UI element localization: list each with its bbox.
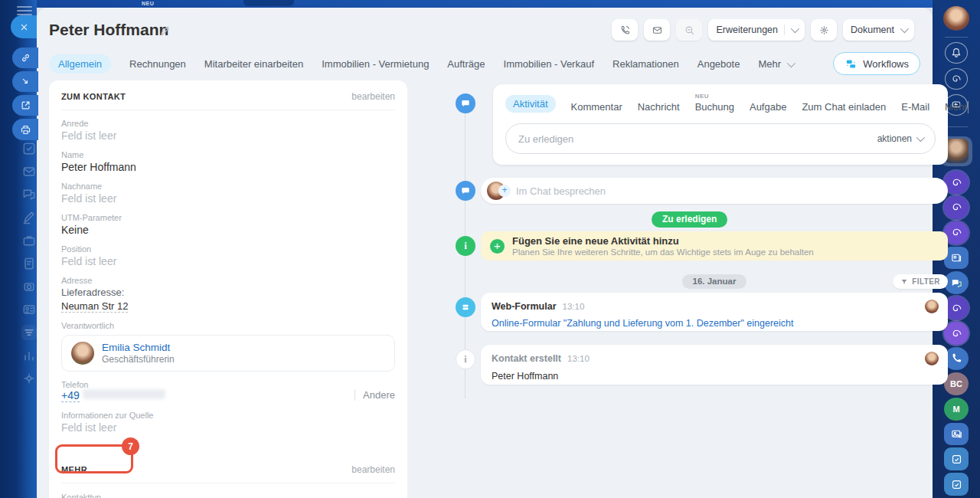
field-name: Name Peter Hoffmann <box>61 150 395 173</box>
actions-dropdown[interactable]: aktionen <box>877 133 923 144</box>
timeline-date-row: 16. Januar FILTER <box>481 274 948 289</box>
tasks-icon[interactable] <box>21 141 37 156</box>
timeline-entry-kontakt-erstellt[interactable]: Kontakt erstellt 13:10 Peter Hoffmann <box>481 345 948 385</box>
hint-subtitle: Planen Sie Ihre weiteren Schritte, um da… <box>512 247 814 257</box>
field-nachname: Nachname Feld ist leer <box>61 182 395 205</box>
funnel-icon <box>900 278 908 286</box>
notifications-bell-icon[interactable] <box>945 42 968 64</box>
chat-avatar: + <box>487 182 505 200</box>
responsible-name-link[interactable]: Emilia Schmidt <box>102 342 175 353</box>
chat-placeholder: Im Chat besprechen <box>516 185 606 197</box>
top-strip: NEU <box>0 0 980 8</box>
field-utm: UTM-Parameter Keine <box>61 213 395 236</box>
chevron-down-icon <box>786 58 795 67</box>
collapse-button[interactable] <box>12 71 38 92</box>
header-actions: Erweiterungen Dokument <box>612 19 914 41</box>
erweiterungen-button[interactable]: Erweiterungen <box>708 19 805 41</box>
divider <box>945 37 968 38</box>
address-value-link[interactable]: Neuman Str 12 <box>61 300 128 313</box>
responsible-card[interactable]: Emilia Schmidt Geschäftsführerin <box>61 335 395 372</box>
briefcase-icon[interactable] <box>21 233 37 248</box>
contact-slider: Peter Hoffmann Erweiterungen Dokument Al… <box>37 8 933 498</box>
workflows-button[interactable]: Workflows <box>833 52 920 75</box>
field-quelle: Informationen zur Quelle Feld ist leer <box>61 411 395 434</box>
todo-input[interactable] <box>518 133 877 145</box>
composer-tab-aufgabe[interactable]: Aufgabe <box>750 101 786 113</box>
composer-tab-nachricht[interactable]: Nachricht <box>638 101 680 113</box>
hint-title: Fügen Sie eine neue Aktivität hinzu <box>512 235 814 247</box>
tab-allgemein[interactable]: Allgemein <box>49 54 111 74</box>
composer-tab-zum-chat-einladen[interactable]: Zum Chat einladen <box>802 101 886 113</box>
responsible-avatar <box>71 342 94 365</box>
user-avatar[interactable] <box>943 6 969 31</box>
todo-input-wrap: aktionen <box>505 123 936 154</box>
divider <box>945 126 968 127</box>
settings-icon[interactable] <box>21 371 37 386</box>
settings-gear-button[interactable] <box>811 19 837 41</box>
filter-sidebar-icon[interactable] <box>21 325 37 340</box>
entry-avatar <box>925 352 939 365</box>
neu-badge: NEU <box>695 93 709 100</box>
tab-immobilien-verkauf[interactable]: Immobilien - Verkauf <box>504 58 595 70</box>
tab-immobilien-vermietung[interactable]: Immobilien - Vermietung <box>322 58 429 70</box>
field-position: Position Feld ist leer <box>61 244 395 267</box>
call-button[interactable] <box>612 19 638 41</box>
activity-composer: Aktivität Kommentar Nachricht NEUBuchung… <box>493 84 948 165</box>
idcard-icon[interactable] <box>21 302 37 317</box>
composer-tab-email[interactable]: E-Mail <box>901 101 929 113</box>
chart-icon[interactable] <box>21 348 37 363</box>
entry-avatar <box>925 300 939 313</box>
tutorial-highlight-box: 7 <box>55 444 133 473</box>
activity-hint-banner[interactable]: + Fügen Sie eine neue Aktivität hinzu Pl… <box>481 231 948 260</box>
erweiterungen-label: Erweiterungen <box>716 25 778 35</box>
open-new-window-button[interactable] <box>12 95 38 116</box>
web-form-link[interactable]: Online-Formular "Zahlung und Lieferung v… <box>492 318 937 329</box>
field-kontakttyp-label: Kontakttyp <box>61 493 395 498</box>
edit-section-link[interactable]: bearbeiten <box>351 91 395 102</box>
mail-icon[interactable] <box>21 164 37 179</box>
camera-icon[interactable] <box>21 279 37 294</box>
phone-number-masked <box>83 389 165 399</box>
sign-icon[interactable] <box>21 210 37 225</box>
chats-icon[interactable] <box>21 187 37 202</box>
workflows-icon <box>844 58 858 70</box>
tab-rechnungen[interactable]: Rechnungen <box>129 58 186 70</box>
chat-discuss-input[interactable]: + Im Chat besprechen <box>481 178 948 204</box>
composer-tab-kommentar[interactable]: Kommentar <box>571 101 622 113</box>
email-button[interactable] <box>644 19 670 41</box>
close-slider-button[interactable] <box>11 15 37 38</box>
responsible-role: Geschäftsführerin <box>102 354 175 365</box>
edit-section-link[interactable]: bearbeiten <box>351 464 395 475</box>
edit-title-icon[interactable] <box>159 25 172 37</box>
add-activity-plus-icon[interactable]: + <box>490 239 505 254</box>
page-icon[interactable] <box>21 256 37 271</box>
tab-mehr[interactable]: Mehr <box>758 58 792 70</box>
print-button[interactable] <box>12 119 38 140</box>
tab-angebote[interactable]: Angebote <box>697 58 740 70</box>
tab-auftraege[interactable]: Aufträge <box>447 58 485 70</box>
dokument-label: Dokument <box>851 25 894 35</box>
info-icon: i <box>456 349 475 369</box>
dokument-button[interactable]: Dokument <box>843 19 914 41</box>
composer-tab-buchung[interactable]: NEUBuchung <box>695 101 734 113</box>
date-badge: 16. Januar <box>682 274 747 289</box>
chat-discuss-icon <box>456 181 475 201</box>
tab-reklamationen[interactable]: Reklamationen <box>612 58 679 70</box>
messenger-spiral-icon[interactable] <box>945 68 968 90</box>
phone-number-link[interactable]: +49 <box>61 389 80 402</box>
field-adresse: Adresse Lieferadresse: Neuman Str 12 <box>61 276 395 313</box>
field-anrede: Anrede Feld ist leer <box>61 119 395 142</box>
composer-tab-mehr[interactable]: Mehr <box>945 101 969 113</box>
chevron-down-icon <box>900 25 909 33</box>
add-participant-icon[interactable]: + <box>498 185 511 197</box>
chat-search-button[interactable] <box>676 19 702 41</box>
top-neu-label: NEU <box>142 1 154 6</box>
composer-tab-aktivitaet[interactable]: Aktivität <box>505 95 556 113</box>
phone-type-label[interactable]: Andere <box>354 389 395 401</box>
divider <box>784 25 785 35</box>
timeline-entry-web-formular[interactable]: Web-Formular 13:10 Online-Formular "Zahl… <box>481 293 948 331</box>
filter-button[interactable]: FILTER <box>893 274 948 289</box>
contact-info-card: ZUM KONTAKT bearbeiten Anrede Feld ist l… <box>49 80 407 482</box>
tab-mitarbeiter-einarbeiten[interactable]: Mitarbeiter einarbeiten <box>204 58 303 70</box>
copy-link-button[interactable] <box>12 48 38 68</box>
